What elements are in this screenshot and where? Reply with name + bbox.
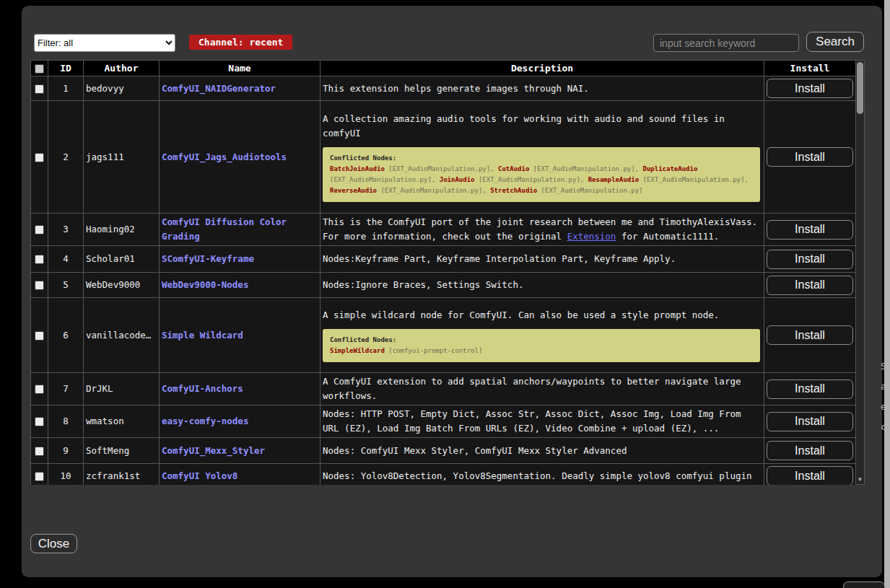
select-all-checkbox[interactable] xyxy=(35,64,44,74)
description-text: Nodes: ComfyUI Mexx Styler, ComfyUI Mexx… xyxy=(323,445,627,456)
screen: Filter: all Channel: recent Search ID xyxy=(0,0,890,588)
scroll-down-arrow-icon[interactable]: ▼ xyxy=(856,476,864,483)
row-author: DrJKL xyxy=(84,373,160,405)
conflict-node-name: StretchAudio xyxy=(490,187,537,194)
table-scrollbar-thumb[interactable] xyxy=(857,62,863,114)
row-checkbox[interactable] xyxy=(35,472,44,481)
install-button[interactable]: Install xyxy=(767,276,853,295)
header-author: Author xyxy=(84,61,160,76)
row-description-cell: Nodes: HTTP POST, Empty Dict, Assoc Str,… xyxy=(320,405,764,438)
install-button[interactable]: Install xyxy=(767,79,853,98)
row-description: A simple wildcard node for ComfyUI. Can … xyxy=(323,308,762,322)
row-id: 1 xyxy=(48,76,84,101)
row-checkbox[interactable] xyxy=(35,84,44,94)
header-id: ID xyxy=(48,61,84,76)
row-checkbox-cell xyxy=(31,273,48,298)
node-name-link[interactable]: ComfyUI Yolov8 xyxy=(162,470,237,481)
row-install-cell: Install xyxy=(764,214,856,246)
row-install-cell: Install xyxy=(764,464,856,486)
node-name-link[interactable]: ComfyUI_Jags_Audiotools xyxy=(162,152,287,162)
row-name-cell: WebDev9000-Nodes xyxy=(160,273,320,298)
row-name-cell: ComfyUI_NAIDGenerator xyxy=(160,76,320,101)
row-description: A ComfyUI extension to add spatial ancho… xyxy=(323,374,762,403)
conflict-title: Conflicted Nodes: xyxy=(330,153,753,164)
row-checkbox[interactable] xyxy=(35,447,44,456)
row-checkbox-cell xyxy=(31,76,48,101)
conflict-items: SimpleWildcard [comfyui-prompt-control] xyxy=(330,346,753,356)
row-author: WebDev9000 xyxy=(84,273,160,298)
row-description: Nodes:Keyframe Part, Keyframe Interpolat… xyxy=(323,252,762,266)
node-name-link[interactable]: ComfyUI_Mexx_Styler xyxy=(162,445,265,456)
custom-nodes-table: ID Author Name Description Install 1bedo… xyxy=(30,60,865,485)
install-button[interactable]: Install xyxy=(767,325,853,345)
row-author: Scholar01 xyxy=(84,246,160,273)
conflict-ext-name: [EXT_AudioManipulation.py], xyxy=(385,165,498,172)
install-button[interactable]: Install xyxy=(767,379,853,399)
row-checkbox[interactable] xyxy=(35,417,44,426)
node-name-link[interactable]: WebDev9000-Nodes xyxy=(162,279,248,290)
conflict-node-name: CutAudio xyxy=(498,165,529,172)
table-row: 8wmatsoneasy-comfy-nodesNodes: HTTP POST… xyxy=(31,405,856,438)
close-button[interactable]: Close xyxy=(30,534,77,553)
table-row: 1bedovyyComfyUI_NAIDGeneratorThis extens… xyxy=(31,76,856,101)
page-scrollbar[interactable] xyxy=(884,0,890,588)
header-description: Description xyxy=(320,61,764,76)
table-scrollbar[interactable]: ▼ xyxy=(855,60,865,485)
description-text: A ComfyUI extension to add spatial ancho… xyxy=(323,376,741,401)
row-id: 6 xyxy=(48,298,84,373)
row-name-cell: SComfyUI-Keyframe xyxy=(160,246,320,273)
table-row: 5WebDev9000WebDev9000-NodesNodes:Ignore … xyxy=(31,273,856,298)
filter-select[interactable]: Filter: all xyxy=(34,34,175,52)
install-button[interactable]: Install xyxy=(767,147,853,167)
row-description-cell: A simple wildcard node for ComfyUI. Can … xyxy=(320,298,764,373)
row-checkbox[interactable] xyxy=(35,385,44,394)
install-button[interactable]: Install xyxy=(767,220,853,240)
header-install: Install xyxy=(764,61,856,76)
install-button[interactable]: Install xyxy=(767,412,853,431)
row-name-cell: ComfyUI-Anchors xyxy=(160,373,320,405)
node-name-link[interactable]: ComfyUI_NAIDGenerator xyxy=(162,83,276,94)
node-name-link[interactable]: Simple Wildcard xyxy=(162,330,243,341)
row-name-cell: easy-comfy-nodes xyxy=(160,405,320,438)
search-button[interactable]: Search xyxy=(806,32,864,52)
row-id: 5 xyxy=(48,273,84,298)
header-name: Name xyxy=(160,61,320,76)
row-checkbox[interactable] xyxy=(35,153,44,162)
row-description-cell: Nodes: Yolov8Detection, Yolov8Segmentati… xyxy=(320,464,764,486)
table-header-row: ID Author Name Description Install xyxy=(31,61,856,76)
row-install-cell: Install xyxy=(764,405,856,438)
row-checkbox[interactable] xyxy=(35,255,44,264)
description-text: Nodes: HTTP POST, Empty Dict, Assoc Str,… xyxy=(323,408,741,434)
table-row: 3Haoming02ComfyUI Diffusion Color Gradin… xyxy=(31,214,856,246)
row-description: This extension helps generate images thr… xyxy=(323,82,762,96)
row-description-cell: A ComfyUI extension to add spatial ancho… xyxy=(320,373,764,405)
install-button[interactable]: Install xyxy=(767,466,853,485)
conflict-ext-name: [EXT_AudioManipulation.py] xyxy=(537,187,642,194)
conflicted-nodes-box: Conflicted Nodes:BatchJoinAudio [EXT_Aud… xyxy=(323,147,760,202)
extension-link[interactable]: Extension xyxy=(567,231,616,242)
install-button[interactable]: Install xyxy=(767,441,853,460)
node-name-link[interactable]: SComfyUI-Keyframe xyxy=(162,253,254,264)
row-description: Nodes: Yolov8Detection, Yolov8Segmentati… xyxy=(323,469,762,483)
node-name-link[interactable]: easy-comfy-nodes xyxy=(162,416,248,426)
description-text: Nodes:Ignore Braces, Settings Switch. xyxy=(323,279,523,290)
description-text: A collection amazing audio tools for wor… xyxy=(323,113,725,139)
node-name-link[interactable]: ComfyUI Diffusion Color Grading xyxy=(162,216,287,242)
conflict-node-name: ReverseAudio xyxy=(330,187,377,194)
table-row: 7DrJKLComfyUI-AnchorsA ComfyUI extension… xyxy=(31,373,856,405)
node-name-link[interactable]: ComfyUI-Anchors xyxy=(162,383,243,394)
search-input[interactable] xyxy=(653,34,799,52)
row-checkbox-cell xyxy=(31,298,48,373)
row-id: 7 xyxy=(48,373,84,405)
conflict-items: BatchJoinAudio [EXT_AudioManipulation.py… xyxy=(330,164,753,196)
conflict-ext-name: [EXT_AudioManipulation.py], xyxy=(529,165,642,172)
row-install-cell: Install xyxy=(764,373,856,405)
row-checkbox[interactable] xyxy=(35,225,44,234)
row-checkbox[interactable] xyxy=(35,281,44,290)
install-button[interactable]: Install xyxy=(767,250,853,269)
row-checkbox[interactable] xyxy=(35,331,44,341)
select-all-header-cell xyxy=(31,61,48,76)
conflict-title: Conflicted Nodes: xyxy=(330,335,753,346)
row-checkbox-cell xyxy=(31,246,48,273)
table-body: 1bedovyyComfyUI_NAIDGeneratorThis extens… xyxy=(31,76,856,486)
